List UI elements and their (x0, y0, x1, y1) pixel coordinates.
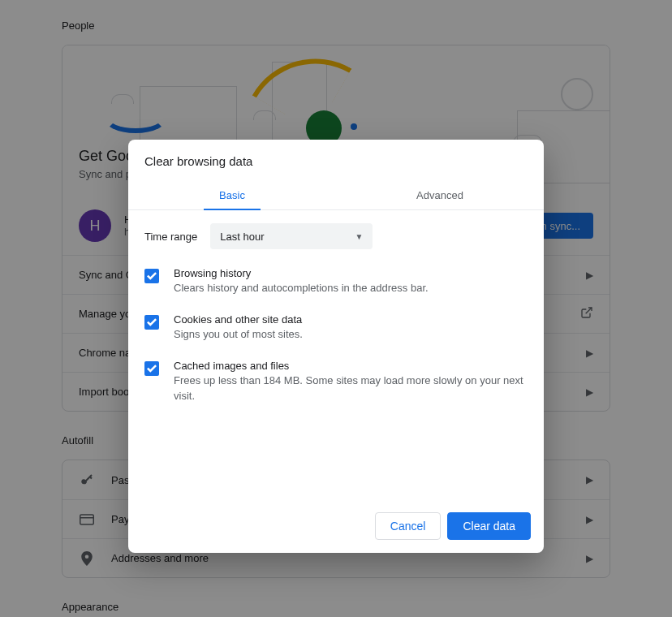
check-item-cache: Cached images and files Frees up less th… (144, 360, 528, 403)
check-title: Cached images and files (174, 360, 528, 372)
time-range-label: Time range (144, 231, 197, 243)
checkbox-browsing-history[interactable] (144, 269, 159, 283)
dropdown-caret-icon: ▼ (355, 232, 363, 241)
tab-basic[interactable]: Basic (128, 179, 336, 209)
check-sub: Signs you out of most sites. (174, 327, 528, 342)
modal-scrim: Clear browsing data Basic Advanced Time … (0, 0, 672, 617)
check-title: Cookies and other site data (174, 313, 528, 326)
cancel-button[interactable]: Cancel (375, 512, 442, 540)
check-item-browsing-history: Browsing history Clears history and auto… (144, 267, 528, 296)
dialog-actions: Cancel Clear data (128, 501, 544, 553)
check-sub: Clears history and autocompletions in th… (174, 281, 528, 296)
clear-data-button[interactable]: Clear data (447, 512, 531, 540)
time-range-value: Last hour (220, 231, 264, 243)
check-item-cookies: Cookies and other site data Signs you ou… (144, 313, 528, 342)
time-range-select[interactable]: Last hour ▼ (210, 223, 373, 249)
checkbox-cookies[interactable] (144, 315, 159, 330)
tab-advanced[interactable]: Advanced (336, 179, 544, 209)
dialog-body: Time range Last hour ▼ Browsing history … (128, 210, 544, 428)
dialog-title: Clear browsing data (128, 140, 544, 179)
time-range-row: Time range Last hour ▼ (144, 223, 528, 249)
check-sub: Frees up less than 184 MB. Some sites ma… (174, 373, 528, 403)
clear-browsing-data-dialog: Clear browsing data Basic Advanced Time … (128, 140, 544, 553)
check-title: Browsing history (174, 267, 528, 279)
checkbox-cache[interactable] (144, 361, 159, 376)
dialog-tabs: Basic Advanced (128, 179, 544, 210)
